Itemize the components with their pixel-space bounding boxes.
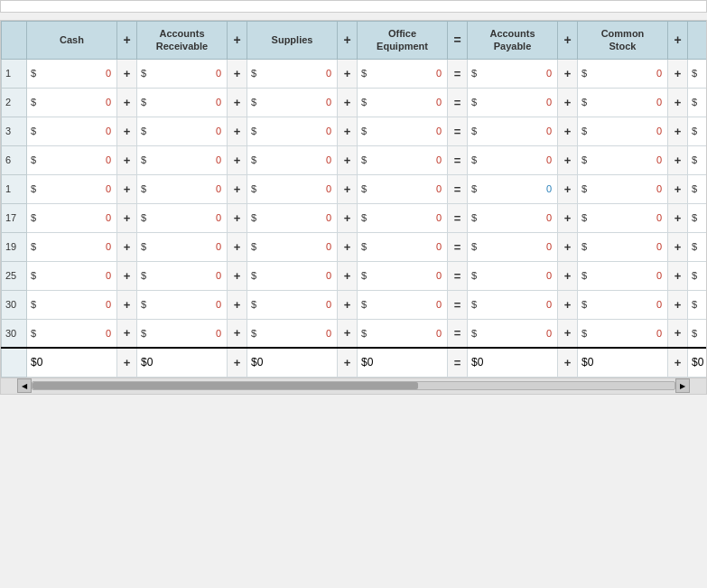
cell-value: 0 <box>38 183 111 194</box>
cell-6-common_stock[interactable]: $0 <box>578 232 668 261</box>
row-operator-0-+: + <box>338 59 358 88</box>
cell-2-supplies[interactable]: $0 <box>247 117 338 145</box>
total-cell-cash[interactable]: $0 <box>27 348 117 377</box>
total-cell-retained_earnings[interactable]: $0 <box>688 348 707 377</box>
cell-value: 0 <box>589 97 662 107</box>
cell-9-cash[interactable]: $0 <box>27 319 117 348</box>
cell-2-common_stock[interactable]: $0 <box>578 117 668 145</box>
cell-6-accounts_receivable[interactable]: $0 <box>137 232 228 261</box>
total-cell-common_stock[interactable]: $0 <box>578 348 668 377</box>
cell-9-retained_earnings[interactable]: $0 <box>688 319 707 348</box>
cell-1-office_equipment[interactable]: $0 <box>358 88 448 117</box>
cell-8-common_stock[interactable]: $0 <box>578 290 668 319</box>
cell-4-office_equipment[interactable]: $0 <box>358 174 448 203</box>
cell-1-retained_earnings[interactable]: $0 <box>688 88 707 117</box>
cell-4-accounts_receivable[interactable]: $0 <box>137 174 228 203</box>
cell-5-common_stock[interactable]: $0 <box>578 203 668 232</box>
cell-4-common_stock[interactable]: $0 <box>578 174 668 203</box>
cell-9-accounts_receivable[interactable]: $0 <box>137 319 228 348</box>
cell-5-cash[interactable]: $0 <box>27 203 117 232</box>
cell-8-office_equipment[interactable]: $0 <box>358 290 448 319</box>
cell-2-office_equipment[interactable]: $0 <box>358 117 448 145</box>
cell-7-common_stock[interactable]: $0 <box>578 261 668 290</box>
cell-0-accounts_receivable[interactable]: $0 <box>137 59 228 88</box>
cell-7-retained_earnings[interactable]: $0 <box>688 261 707 290</box>
cell-3-common_stock[interactable]: $0 <box>578 145 668 174</box>
cell-4-supplies[interactable]: $0 <box>247 174 338 203</box>
cell-3-office_equipment[interactable]: $0 <box>358 145 448 174</box>
dollar-sign: $ <box>581 126 587 136</box>
cell-2-accounts_receivable[interactable]: $0 <box>137 117 228 145</box>
total-cell-supplies[interactable]: $0 <box>247 348 338 377</box>
col-header-cash: Cash <box>27 22 117 60</box>
cell-0-office_equipment[interactable]: $0 <box>358 59 448 88</box>
row-number-7: 25 <box>2 261 27 290</box>
table-row: 1$0+$0+$0+$0=$0+$0+$0 <box>2 59 707 88</box>
totals-operator-+: + <box>338 348 358 377</box>
cell-8-cash[interactable]: $0 <box>27 290 117 319</box>
cell-7-accounts_receivable[interactable]: $0 <box>137 261 228 290</box>
cell-0-supplies[interactable]: $0 <box>247 59 338 88</box>
row-operator-9-+: + <box>558 319 578 348</box>
total-cell-office_equipment[interactable]: $0 <box>358 348 448 377</box>
cell-value: 0 <box>479 97 552 107</box>
cell-1-cash[interactable]: $0 <box>27 88 117 117</box>
cell-6-accounts_payable[interactable]: $0 <box>468 232 558 261</box>
scrollbar-track[interactable] <box>32 381 675 390</box>
cell-5-accounts_receivable[interactable]: $0 <box>137 203 228 232</box>
cell-9-supplies[interactable]: $0 <box>247 319 338 348</box>
cell-1-accounts_receivable[interactable]: $0 <box>137 88 228 117</box>
cell-9-office_equipment[interactable]: $0 <box>358 319 448 348</box>
total-cell-accounts_payable[interactable]: $0 <box>468 348 558 377</box>
cell-5-office_equipment[interactable]: $0 <box>358 203 448 232</box>
cell-8-supplies[interactable]: $0 <box>247 290 338 319</box>
cell-0-accounts_payable[interactable]: $0 <box>468 59 558 88</box>
row-operator-1-+: + <box>558 88 578 117</box>
cell-1-accounts_payable[interactable]: $0 <box>468 88 558 117</box>
horizontal-scrollbar[interactable]: ◀ ▶ <box>1 378 706 394</box>
cell-0-common_stock[interactable]: $0 <box>578 59 668 88</box>
cell-4-accounts_payable[interactable]: $0 <box>468 174 558 203</box>
scroll-left-arrow[interactable]: ◀ <box>17 378 32 393</box>
cell-3-accounts_receivable[interactable]: $0 <box>137 145 228 174</box>
cell-0-cash[interactable]: $0 <box>27 59 117 88</box>
cell-value: 0 <box>368 68 442 79</box>
cell-1-common_stock[interactable]: $0 <box>578 88 668 117</box>
col-header-office_equipment: Office Equipment <box>358 22 448 60</box>
cell-5-retained_earnings[interactable]: $0 <box>688 203 707 232</box>
cell-1-supplies[interactable]: $0 <box>247 88 338 117</box>
cell-2-cash[interactable]: $0 <box>27 117 117 145</box>
cell-3-retained_earnings[interactable]: $0 <box>688 145 707 174</box>
cell-6-cash[interactable]: $0 <box>27 232 117 261</box>
cell-0-retained_earnings[interactable]: $0 <box>688 59 707 88</box>
cell-4-retained_earnings[interactable]: $0 <box>688 174 707 203</box>
cell-7-accounts_payable[interactable]: $0 <box>468 261 558 290</box>
row-operator-6-+: + <box>228 232 247 261</box>
cell-2-retained_earnings[interactable]: $0 <box>688 117 707 145</box>
cell-9-common_stock[interactable]: $0 <box>578 319 668 348</box>
cell-8-accounts_payable[interactable]: $0 <box>468 290 558 319</box>
cell-value: 0 <box>589 68 662 79</box>
cell-3-cash[interactable]: $0 <box>27 145 117 174</box>
cell-3-supplies[interactable]: $0 <box>247 145 338 174</box>
cell-value: 0 <box>148 97 221 107</box>
cell-5-accounts_payable[interactable]: $0 <box>468 203 558 232</box>
cell-3-accounts_payable[interactable]: $0 <box>468 145 558 174</box>
cell-2-accounts_payable[interactable]: $0 <box>468 117 558 145</box>
cell-8-retained_earnings[interactable]: $0 <box>688 290 707 319</box>
cell-6-retained_earnings[interactable]: $0 <box>688 232 707 261</box>
total-value: 0 <box>478 356 484 369</box>
cell-8-accounts_receivable[interactable]: $0 <box>137 290 228 319</box>
scroll-right-arrow[interactable]: ▶ <box>675 378 690 393</box>
cell-6-office_equipment[interactable]: $0 <box>358 232 448 261</box>
total-cell-accounts_receivable[interactable]: $0 <box>137 348 228 377</box>
cell-7-office_equipment[interactable]: $0 <box>358 261 448 290</box>
cell-7-cash[interactable]: $0 <box>27 261 117 290</box>
cell-6-supplies[interactable]: $0 <box>247 232 338 261</box>
row-operator-3-+: + <box>117 145 137 174</box>
cell-4-cash[interactable]: $0 <box>27 174 117 203</box>
scrollbar-thumb[interactable] <box>33 382 418 389</box>
cell-9-accounts_payable[interactable]: $0 <box>468 319 558 348</box>
cell-5-supplies[interactable]: $0 <box>247 203 338 232</box>
cell-7-supplies[interactable]: $0 <box>247 261 338 290</box>
